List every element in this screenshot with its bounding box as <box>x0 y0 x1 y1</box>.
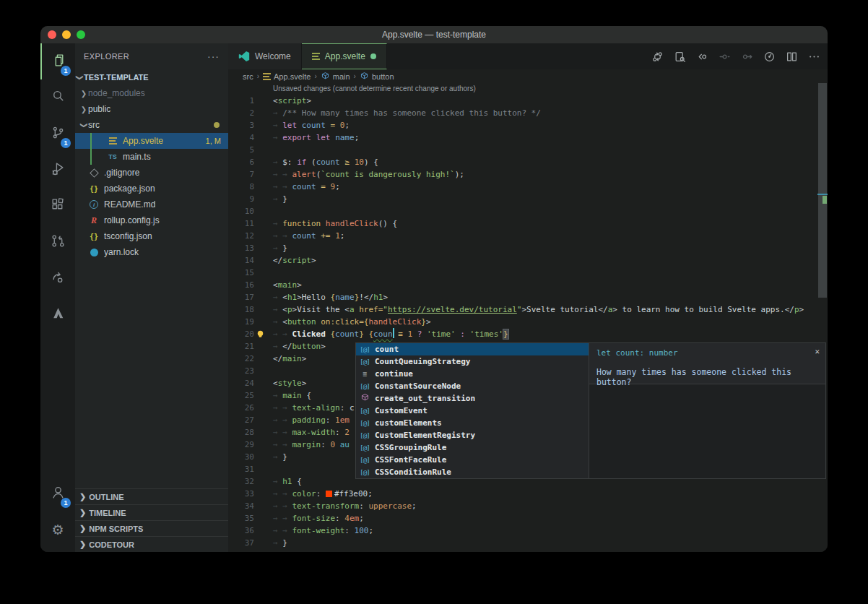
tree-root[interactable]: ❯TEST-TEMPLATE <box>75 69 228 85</box>
activity-item-extensions[interactable] <box>40 188 75 224</box>
code-line-12[interactable]: 12→ → count += 1; <box>228 230 828 242</box>
code-line-14[interactable]: 14</script> <box>228 254 828 267</box>
line-number[interactable]: 20 <box>228 328 254 340</box>
code-line-19[interactable]: 19→ <button on:click={handleClick}> <box>228 316 828 328</box>
tree-item-package.json[interactable]: {}package.json <box>75 181 228 197</box>
close-window-button[interactable] <box>48 30 56 39</box>
breadcrumb-item-button[interactable]: button <box>360 72 394 81</box>
line-number[interactable]: 9 <box>228 193 254 205</box>
suggestion-ConstantSourceNode[interactable]: [@]ConstantSourceNode <box>356 380 589 392</box>
minimize-window-button[interactable] <box>62 30 71 39</box>
line-number[interactable]: 11 <box>228 217 254 230</box>
line-number[interactable]: 10 <box>228 205 254 217</box>
suggestion-continue[interactable]: ≣continue <box>356 368 589 380</box>
line-number[interactable]: 23 <box>228 365 254 377</box>
code-line-13[interactable]: 13→ } <box>228 242 828 254</box>
line-number[interactable]: 18 <box>228 303 254 316</box>
activity-item-live-share[interactable] <box>40 260 75 296</box>
lightbulb-icon[interactable] <box>256 329 265 339</box>
section-codetour[interactable]: ❯CODETOUR <box>75 536 228 552</box>
code-line-36[interactable]: 36→ → font-weight: 100; <box>228 525 828 537</box>
close-icon[interactable]: ✕ <box>815 347 820 356</box>
code-line-5[interactable]: 5 <box>228 144 828 156</box>
modified-dot[interactable] <box>370 53 376 59</box>
unsaved-changes-annotation[interactable]: Unsaved changes (cannot determine recent… <box>228 83 828 95</box>
codetour-run-icon[interactable] <box>761 48 777 64</box>
color-swatch[interactable] <box>326 491 332 497</box>
suggestion-CountQueuingStrategy[interactable]: [@]CountQueuingStrategy <box>356 355 589 368</box>
editor-scrollbar[interactable] <box>817 83 828 552</box>
line-number[interactable]: 16 <box>228 279 254 291</box>
code-line-15[interactable]: 15 <box>228 267 828 279</box>
line-number[interactable]: 19 <box>228 316 254 328</box>
code-line-17[interactable]: 17→ <h1>Hello {name}!</h1> <box>228 291 828 303</box>
section-outline[interactable]: ❯OUTLINE <box>75 488 228 504</box>
section-timeline[interactable]: ❯TIMELINE <box>75 504 228 520</box>
line-number[interactable]: 4 <box>228 131 254 144</box>
activity-item-github-pr[interactable] <box>40 224 75 260</box>
line-number[interactable]: 29 <box>228 439 254 451</box>
split-editor-icon[interactable] <box>784 48 799 64</box>
line-number[interactable]: 22 <box>228 353 254 365</box>
tree-item-App.svelte[interactable]: App.svelte1, M <box>75 133 228 149</box>
tree-item-src[interactable]: ❯src <box>75 117 228 133</box>
code-line-4[interactable]: 4→ export let name; <box>228 131 828 144</box>
line-number[interactable]: 21 <box>228 340 254 353</box>
code-line-6[interactable]: 6→ $: if (count ≥ 10) { <box>228 156 828 168</box>
suggestion-CustomEvent[interactable]: [@]CustomEvent <box>356 405 589 417</box>
code-line-16[interactable]: 16<main> <box>228 279 828 291</box>
tab-welcome[interactable]: Welcome <box>228 43 302 69</box>
line-number[interactable]: 36 <box>228 525 254 537</box>
line-number[interactable]: 2 <box>228 107 254 119</box>
activity-item-azure[interactable] <box>40 296 75 332</box>
line-number[interactable]: 25 <box>228 389 254 402</box>
code-line-33[interactable]: 33→ → color: #ff3e00; <box>228 488 828 500</box>
line-number[interactable]: 35 <box>228 512 254 525</box>
code-line-34[interactable]: 34→ → text-transform: uppercase; <box>228 500 828 512</box>
more-actions-icon[interactable] <box>806 48 822 64</box>
line-number[interactable]: 37 <box>228 537 254 549</box>
breadcrumb-item-src[interactable]: src <box>243 72 253 81</box>
git-compare-icon[interactable] <box>649 48 665 64</box>
suggestion-count[interactable]: [@]count <box>356 343 589 355</box>
line-number[interactable]: 12 <box>228 230 254 242</box>
activity-item-settings[interactable]: ⚙ <box>40 512 75 548</box>
suggestion-create_out_transition[interactable]: create_out_transition <box>356 392 589 405</box>
tree-item-yarn.lock[interactable]: yarn.lock <box>75 244 228 260</box>
line-number[interactable]: 1 <box>228 95 254 107</box>
line-number[interactable]: 17 <box>228 291 254 303</box>
line-number[interactable]: 3 <box>228 119 254 131</box>
line-number[interactable]: 32 <box>228 475 254 488</box>
activity-item-run-debug[interactable] <box>40 152 75 188</box>
line-number[interactable]: 8 <box>228 181 254 193</box>
line-number[interactable]: 6 <box>228 156 254 168</box>
activity-item-source-control[interactable]: 1 <box>40 116 75 152</box>
tree-item-.gitignore[interactable]: .gitignore <box>75 165 228 181</box>
tab-app-svelte[interactable]: App.svelte <box>302 43 387 69</box>
code-line-10[interactable]: 10 <box>228 205 828 217</box>
open-changes-icon[interactable] <box>672 48 687 64</box>
line-number[interactable]: 5 <box>228 144 254 156</box>
code-line-18[interactable]: 18→ <p>Visit the <a href="https://svelte… <box>228 303 828 316</box>
tree-item-tsconfig.json[interactable]: {}tsconfig.json <box>75 228 228 244</box>
line-number[interactable]: 33 <box>228 488 254 500</box>
code-line-20[interactable]: 20→ → Clicked {count} {coun ≡ 1 ? 'time'… <box>228 328 828 340</box>
line-number[interactable]: 15 <box>228 267 254 279</box>
code-line-8[interactable]: 8→ → count = 9; <box>228 181 828 193</box>
line-number[interactable]: 30 <box>228 451 254 463</box>
code-line-9[interactable]: 9→ } <box>228 193 828 205</box>
tree-item-node_modules[interactable]: ❯node_modules <box>75 85 228 101</box>
next-change-icon[interactable] <box>739 48 755 64</box>
suggestion-CSSGroupingRule[interactable]: [@]CSSGroupingRule <box>356 441 589 454</box>
code-line-35[interactable]: 35→ → font-size: 4em; <box>228 512 828 525</box>
activity-item-search[interactable] <box>40 79 75 116</box>
suggestion-CSSConditionRule[interactable]: [@]CSSConditionRule <box>356 466 589 478</box>
tree-item-public[interactable]: ❯public <box>75 101 228 117</box>
suggestion-CSSFontFaceRule[interactable]: [@]CSSFontFaceRule <box>356 454 589 466</box>
activity-item-explorer[interactable]: 1 <box>40 43 75 79</box>
line-number[interactable]: 28 <box>228 426 254 439</box>
back-change-icon[interactable] <box>694 48 710 64</box>
line-number[interactable]: 26 <box>228 402 254 414</box>
zoom-window-button[interactable] <box>77 30 85 39</box>
tree-item-main.ts[interactable]: TSmain.ts <box>75 149 228 165</box>
